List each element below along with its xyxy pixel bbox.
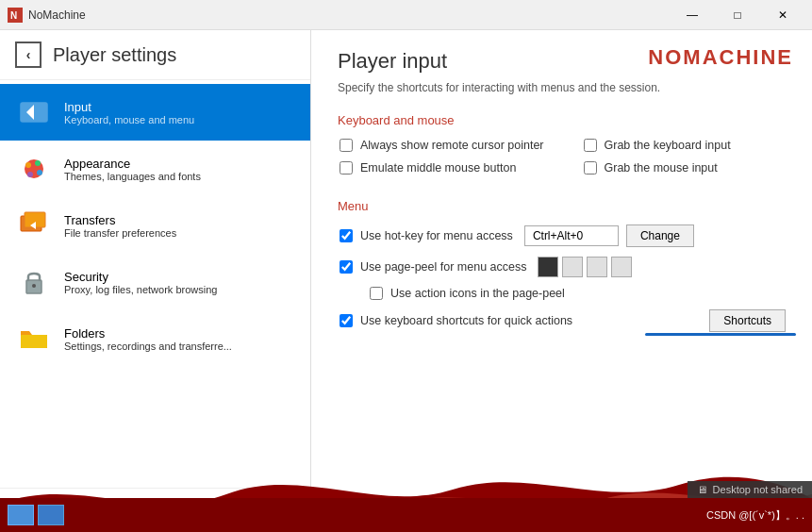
svg-rect-12 [21,335,47,348]
keyboard-shortcuts-row: Use keyboard shortcuts for quick actions… [338,309,786,332]
back-button[interactable]: ‹ [15,42,41,68]
folders-item-title: Folders [64,326,232,341]
security-item-title: Security [64,270,217,284]
emulate-middle-checkbox[interactable] [340,161,353,175]
security-item-text: Security Proxy, log files, network brows… [64,270,217,295]
shortcuts-underline [645,333,796,336]
appearance-icon [15,150,53,188]
action-icons-checkbox-row: Use action icons in the page-peel [370,287,786,300]
window-controls: — □ ✕ [671,0,804,30]
action-icons-checkbox[interactable] [370,287,383,300]
sidebar-item-input[interactable]: Input Keyboard, mouse and menu [0,84,310,141]
hotkey-menu-label[interactable]: Use hot-key for menu access [360,229,513,242]
svg-point-4 [25,162,31,168]
transfers-item-subtitle: File transfer preferences [64,227,176,239]
security-item-subtitle: Proxy, log files, network browsing [64,284,217,295]
action-icons-label[interactable]: Use action icons in the page-peel [390,287,565,300]
close-button[interactable]: ✕ [761,0,804,30]
content-description: Specify the shortcuts for interacting wi… [338,81,786,94]
sidebar-items: Input Keyboard, mouse and menu Appe [0,80,310,488]
hotkey-input[interactable] [524,225,619,246]
sidebar-item-security[interactable]: Security Proxy, log files, network brows… [0,254,310,310]
hotkey-menu-row: Use hot-key for menu access Change [338,224,786,247]
peel-icon-4[interactable] [611,257,632,277]
taskbar-right-text: CSDN @[(´v`*)】。. . [706,508,804,523]
grab-mouse-checkbox[interactable] [584,161,597,175]
svg-point-6 [37,170,42,175]
shortcuts-button[interactable]: Shortcuts [709,309,786,332]
sidebar-item-folders[interactable]: Folders Settings, recordings and transfe… [0,310,310,367]
maximize-button[interactable]: □ [716,0,759,30]
input-item-title: Input [64,100,194,114]
nomachine-logo: NOMACHINE [648,45,793,70]
keyboard-mouse-section-title: Keyboard and mouse [338,113,786,127]
desktop-icon: 🖥 [697,484,707,495]
keyboard-shortcuts-label[interactable]: Use keyboard shortcuts for quick actions [360,314,572,327]
folders-icon [15,320,53,357]
input-item-text: Input Keyboard, mouse and menu [64,100,194,125]
sidebar-item-appearance[interactable]: Appearance Themes, languages and fonts [0,141,310,197]
appearance-item-title: Appearance [64,157,201,171]
page-peel-checkbox[interactable] [340,260,353,274]
taskbar-icon-2[interactable] [38,505,64,525]
page-title: Player settings [53,44,176,66]
page-peel-label[interactable]: Use page-peel for menu access [360,260,526,274]
grab-keyboard-row: Grab the keyboard input [582,139,731,152]
svg-text:N: N [10,10,17,21]
security-icon [15,263,53,301]
appearance-item-text: Appearance Themes, languages and fonts [64,157,201,182]
taskbar: CSDN @[(´v`*)】。. . [0,498,812,532]
status-bar: 🖥 Desktop not shared [688,481,812,498]
grab-mouse-row: Grab the mouse input [582,161,731,175]
header-row: ‹ Player settings [0,30,310,80]
taskbar-left [8,505,64,525]
folders-item-text: Folders Settings, recordings and transfe… [64,326,232,352]
emulate-middle-row: Emulate middle mouse button [338,161,544,175]
appearance-item-subtitle: Themes, languages and fonts [64,171,201,182]
status-text: Desktop not shared [713,484,803,495]
grab-keyboard-checkbox[interactable] [584,139,597,152]
input-icon [15,93,53,131]
peel-icon-2[interactable] [562,257,583,277]
svg-point-3 [25,159,43,178]
change-button[interactable]: Change [626,224,694,247]
grab-keyboard-label[interactable]: Grab the keyboard input [605,139,731,152]
minimize-button[interactable]: — [671,0,714,30]
transfers-item-title: Transfers [64,213,176,227]
folders-item-subtitle: Settings, recordings and transferre... [64,341,232,352]
app-icon: N [8,8,23,23]
input-item-subtitle: Keyboard, mouse and menu [64,114,194,125]
svg-point-7 [27,172,33,177]
hotkey-menu-checkbox[interactable] [340,229,353,242]
taskbar-icon-1[interactable] [8,505,34,525]
peel-icon-1[interactable] [538,257,558,277]
svg-point-11 [32,284,36,288]
page-peel-row: Use page-peel for menu access [338,257,786,277]
title-bar: N NoMachine — □ ✕ [0,0,812,30]
emulate-middle-label[interactable]: Emulate middle mouse button [360,161,516,175]
grab-mouse-label[interactable]: Grab the mouse input [605,161,718,175]
window-title: NoMachine [28,8,671,22]
transfers-item-text: Transfers File transfer preferences [64,213,176,239]
page-peel-icons [538,257,632,277]
bottom-area: 🖥 Desktop not shared CSDN @[(´v`*)】。. . [0,447,812,532]
show-cursor-checkbox[interactable] [340,139,353,152]
sidebar-item-transfers[interactable]: Transfers File transfer preferences [0,197,310,254]
transfers-icon [15,207,53,244]
show-cursor-row: Always show remote cursor pointer [338,139,544,152]
show-cursor-label[interactable]: Always show remote cursor pointer [360,139,544,152]
svg-point-5 [35,160,41,166]
menu-section-title: Menu [338,199,786,213]
action-icons-row: Use action icons in the page-peel [338,287,786,300]
keyboard-shortcuts-checkbox[interactable] [340,314,353,327]
peel-icon-3[interactable] [587,257,607,277]
